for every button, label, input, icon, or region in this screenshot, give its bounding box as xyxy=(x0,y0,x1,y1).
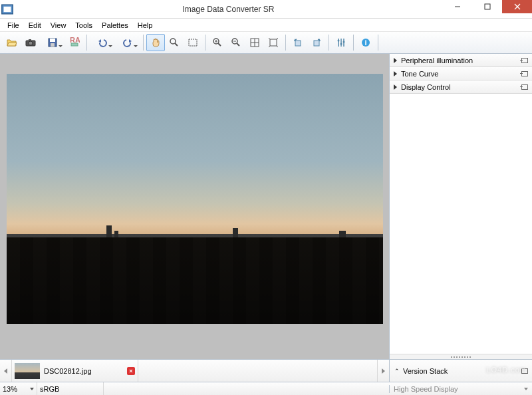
raw-button[interactable]: RAW xyxy=(65,34,84,51)
svg-rect-28 xyxy=(295,41,301,46)
panel-label: Peripheral illumination xyxy=(401,57,521,65)
menu-edit[interactable]: Edit xyxy=(24,20,46,31)
thumbnail-image xyxy=(15,363,40,379)
image-preview xyxy=(7,74,383,324)
hand-tool-button[interactable] xyxy=(146,34,165,51)
maximize-button[interactable] xyxy=(472,0,502,13)
title-bar: Image Data Converter SR xyxy=(0,0,532,19)
adjustments-button[interactable] xyxy=(332,34,350,51)
svg-line-23 xyxy=(237,43,239,46)
svg-rect-8 xyxy=(29,39,31,41)
menu-help[interactable]: Help xyxy=(133,20,158,31)
colorspace-label: sRGB xyxy=(37,382,104,395)
svg-rect-27 xyxy=(270,39,277,46)
expand-icon xyxy=(394,71,397,76)
camera-button[interactable] xyxy=(21,34,40,51)
zoom-tool-button[interactable] xyxy=(165,34,184,51)
status-bar: 13% sRGB High Speed Display xyxy=(0,382,532,395)
display-mode-select[interactable]: High Speed Display xyxy=(389,385,532,393)
menu-palettes[interactable]: Palettes xyxy=(97,20,133,31)
dock-icon[interactable] xyxy=(521,84,528,90)
panel-label: Version Stack xyxy=(403,367,448,375)
canvas-area[interactable] xyxy=(0,54,389,359)
menu-file[interactable]: File xyxy=(3,20,24,31)
marquee-button[interactable] xyxy=(184,34,202,51)
version-stack-panel[interactable]: ⌃ Version Stack xyxy=(389,360,532,382)
collapse-icon: ⌃ xyxy=(394,368,400,374)
svg-point-35 xyxy=(343,41,345,43)
open-button[interactable] xyxy=(3,34,21,51)
thumbnail-remove-icon[interactable]: × xyxy=(127,367,135,375)
panel-peripheral-illumination[interactable]: Peripheral illumination xyxy=(390,54,532,67)
svg-point-14 xyxy=(170,39,176,44)
panel-display-control[interactable]: Display Control xyxy=(390,80,532,94)
rotate-left-button[interactable] xyxy=(289,34,307,51)
panel-spacer xyxy=(390,94,532,354)
svg-rect-3 xyxy=(485,4,490,9)
svg-rect-16 xyxy=(189,39,197,46)
undo-button[interactable] xyxy=(90,34,115,51)
app-icon xyxy=(0,0,15,19)
svg-point-33 xyxy=(338,40,340,42)
display-mode-value: High Speed Display xyxy=(394,385,458,393)
minimize-button[interactable] xyxy=(442,0,472,13)
info-button[interactable]: i xyxy=(356,34,375,51)
chevron-down-icon xyxy=(524,388,528,390)
menu-view[interactable]: View xyxy=(46,20,71,31)
zoom-in-button[interactable] xyxy=(208,34,227,51)
zoom-out-button[interactable] xyxy=(227,34,245,51)
svg-rect-10 xyxy=(50,39,55,42)
panel-label: Display Control xyxy=(401,83,521,91)
fit-screen-button[interactable] xyxy=(245,34,264,51)
dock-icon[interactable] xyxy=(521,71,528,76)
panel-tone-curve[interactable]: Tone Curve xyxy=(390,67,532,80)
window-title: Image Data Converter SR xyxy=(15,5,442,14)
svg-rect-1 xyxy=(4,6,11,11)
main-area: Peripheral illumination Tone Curve Displ… xyxy=(0,54,532,359)
thumbnail-filename: DSC02812.jpg xyxy=(44,367,127,375)
svg-rect-13 xyxy=(71,43,78,46)
svg-point-7 xyxy=(29,41,33,45)
toolbar: RAW i xyxy=(0,32,532,54)
redo-button[interactable] xyxy=(115,34,140,51)
svg-rect-11 xyxy=(51,43,55,47)
expand-icon xyxy=(394,84,397,90)
svg-line-20 xyxy=(218,43,221,46)
expand-icon xyxy=(394,58,397,63)
save-button[interactable] xyxy=(40,34,65,51)
thumb-next-button[interactable] xyxy=(377,360,389,382)
actual-size-button[interactable] xyxy=(264,34,283,51)
zoom-value: 13% xyxy=(3,385,17,393)
svg-rect-29 xyxy=(314,41,319,46)
zoom-select[interactable]: 13% xyxy=(0,382,37,395)
dock-icon[interactable] xyxy=(521,58,528,63)
panel-label: Tone Curve xyxy=(401,70,521,78)
menu-bar: File Edit View Tools Palettes Help xyxy=(0,19,532,32)
svg-point-34 xyxy=(340,43,342,45)
svg-line-15 xyxy=(175,43,178,46)
colorspace-value: sRGB xyxy=(40,385,59,393)
rotate-right-button[interactable] xyxy=(307,34,326,51)
thumbnail-strip: DSC02812.jpg × ⌃ Version Stack xyxy=(0,359,532,382)
chevron-down-icon xyxy=(30,388,34,390)
close-button[interactable] xyxy=(502,0,532,13)
menu-tools[interactable]: Tools xyxy=(70,20,97,31)
thumb-prev-button[interactable] xyxy=(0,360,12,382)
panel-resize-handle[interactable] xyxy=(390,354,532,359)
svg-text:i: i xyxy=(364,39,366,47)
thumbnail-item[interactable]: DSC02812.jpg × xyxy=(12,360,138,382)
dock-icon[interactable] xyxy=(521,368,528,374)
side-panel: Peripheral illumination Tone Curve Displ… xyxy=(389,54,532,359)
